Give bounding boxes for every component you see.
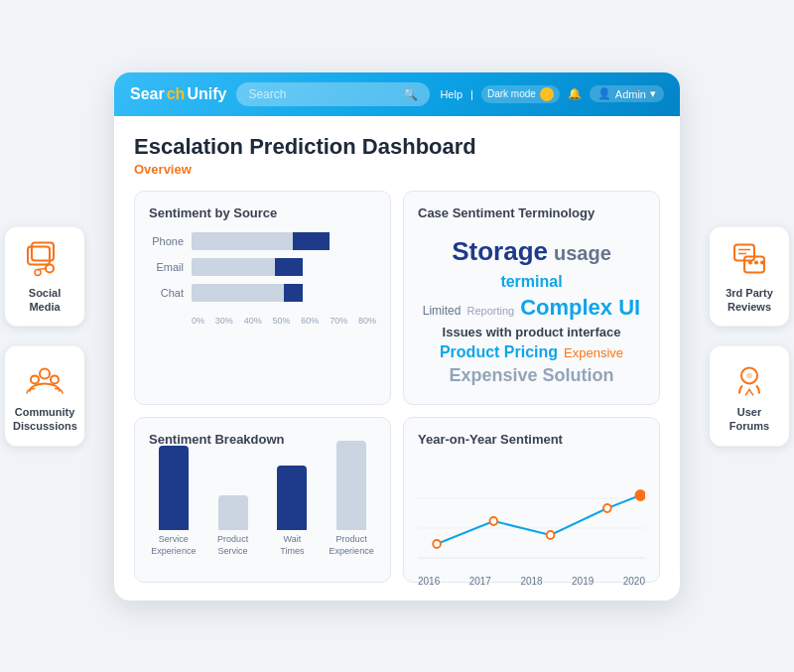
svg-point-23 bbox=[603, 504, 611, 512]
community-icon bbox=[24, 358, 66, 400]
dashboard-card: SearchUnify 🔍 Help | Dark mode 🔔 👤 Admin… bbox=[114, 72, 680, 601]
widget-grid: Sentiment by Source Phone Email bbox=[134, 191, 660, 583]
word-line-1: Storage usage terminal bbox=[422, 236, 641, 291]
divider: | bbox=[470, 88, 473, 100]
axis-70: 70% bbox=[330, 316, 347, 326]
word-line-5: Expensive Solution bbox=[449, 365, 613, 386]
bar-label-phone: Phone bbox=[149, 235, 184, 247]
bar-service-experience-bar bbox=[159, 446, 189, 530]
search-input[interactable] bbox=[248, 87, 403, 101]
svg-point-3 bbox=[35, 269, 41, 275]
word-cloud: Storage usage terminal Limited Reporting… bbox=[418, 232, 645, 390]
word-expensive: Expensive bbox=[564, 345, 623, 360]
social-media-icon bbox=[24, 238, 66, 280]
bar-service-experience: ServiceExperience bbox=[149, 446, 198, 557]
line-chart-container: 2016 2017 2018 2019 2020 bbox=[418, 459, 645, 568]
toggle-dot bbox=[540, 87, 554, 101]
word-issues: Issues with product interface bbox=[443, 325, 621, 339]
dark-mode-toggle[interactable]: Dark mode bbox=[481, 85, 560, 103]
help-label[interactable]: Help bbox=[440, 88, 463, 100]
word-terminal: terminal bbox=[500, 273, 562, 291]
bar-wait-times: WaitTimes bbox=[268, 466, 318, 557]
logo-text-sear: Sear bbox=[130, 85, 165, 103]
search-icon: 🔍 bbox=[403, 87, 418, 101]
word-line-4: Product Pricing Expensive bbox=[440, 343, 623, 361]
word-limited: Limited bbox=[423, 304, 462, 318]
svg-point-5 bbox=[40, 369, 50, 379]
bar-row-email: Email bbox=[149, 258, 376, 276]
svg-point-16 bbox=[746, 373, 752, 379]
bar-chat-blue bbox=[284, 284, 303, 302]
year-2020: 2020 bbox=[623, 576, 645, 587]
year-on-year-title: Year-on-Year Sentiment bbox=[418, 432, 645, 447]
sentiment-bar-chart: Phone Email bbox=[149, 232, 376, 326]
bar-phone bbox=[192, 232, 376, 250]
axis-40: 40% bbox=[244, 316, 262, 326]
svg-point-14 bbox=[760, 260, 764, 264]
community-discussions-label: Community Discussions bbox=[13, 406, 76, 435]
line-chart-svg bbox=[418, 459, 645, 568]
svg-line-4 bbox=[38, 268, 46, 269]
case-sentiment-title: Case Sentiment Terminology bbox=[418, 205, 645, 220]
word-product-pricing: Product Pricing bbox=[440, 343, 558, 361]
svg-point-13 bbox=[754, 260, 758, 264]
navbar: SearchUnify 🔍 Help | Dark mode 🔔 👤 Admin… bbox=[114, 72, 680, 116]
community-discussions-card[interactable]: Community Discussions bbox=[5, 346, 84, 447]
chevron-down-icon: ▾ bbox=[650, 87, 656, 100]
sentiment-by-source-title: Sentiment by Source bbox=[149, 205, 376, 220]
search-bar[interactable]: 🔍 bbox=[236, 82, 430, 106]
user-forums-label: User Forums bbox=[718, 406, 781, 435]
bar-row-chat: Chat bbox=[149, 284, 376, 302]
bar-email-gray bbox=[192, 258, 275, 276]
notification-icon[interactable]: 🔔 bbox=[568, 87, 582, 100]
bar-label-chat: Chat bbox=[149, 287, 184, 299]
bar-axis: 0% 30% 40% 50% 60% 70% 80% bbox=[149, 316, 376, 326]
page-subtitle: Overview bbox=[134, 162, 660, 177]
word-complex-ui: Complex UI bbox=[520, 295, 640, 321]
bar-label-email: Email bbox=[149, 261, 184, 273]
left-side-icons: Social Media Community Discussions bbox=[0, 226, 89, 446]
sentiment-by-source-widget: Sentiment by Source Phone Email bbox=[134, 191, 391, 405]
year-2016: 2016 bbox=[418, 576, 440, 587]
svg-point-12 bbox=[748, 260, 752, 264]
year-2019: 2019 bbox=[572, 576, 594, 587]
user-forums-card[interactable]: User Forums bbox=[710, 346, 789, 447]
year-on-year-widget: Year-on-Year Sentiment bbox=[403, 417, 660, 583]
logo-highlight: ch bbox=[167, 85, 186, 103]
forums-icon bbox=[728, 358, 770, 400]
sentiment-breakdown-widget: Sentiment Breakdown ServiceExperience Pr… bbox=[134, 417, 391, 583]
bar-product-service-label: ProductService bbox=[217, 534, 248, 557]
word-usage: usage bbox=[554, 242, 611, 265]
bar-product-service-bar bbox=[218, 495, 248, 530]
word-storage: Storage bbox=[452, 236, 548, 267]
year-labels: 2016 2017 2018 2019 2020 bbox=[418, 572, 645, 587]
bar-product-experience: ProductExperience bbox=[327, 441, 376, 557]
bar-email bbox=[192, 258, 376, 276]
navbar-right: Help | Dark mode 🔔 👤 Admin ▾ bbox=[440, 85, 664, 103]
social-media-label: Social Media bbox=[13, 286, 76, 315]
word-reporting: Reporting bbox=[466, 305, 514, 317]
year-2017: 2017 bbox=[469, 576, 491, 587]
axis-80: 80% bbox=[358, 316, 376, 326]
logo: SearchUnify bbox=[130, 85, 226, 103]
bar-wait-times-label: WaitTimes bbox=[280, 534, 304, 557]
third-party-reviews-card[interactable]: 3rd Party Reviews bbox=[710, 226, 789, 327]
bar-product-experience-bar bbox=[336, 441, 366, 530]
dashboard-content: Escalation Prediction Dashboard Overview… bbox=[114, 116, 680, 601]
third-party-reviews-label: 3rd Party Reviews bbox=[718, 286, 781, 315]
admin-avatar: 👤 bbox=[597, 87, 611, 100]
outer-wrapper: Social Media Community Discussions bbox=[0, 0, 794, 672]
word-line-2: Limited Reporting Complex UI bbox=[423, 295, 640, 321]
admin-badge[interactable]: 👤 Admin ▾ bbox=[590, 85, 664, 102]
word-line-3: Issues with product interface bbox=[443, 325, 621, 339]
bar-wait-times-bar bbox=[277, 466, 307, 530]
social-media-card[interactable]: Social Media bbox=[5, 226, 84, 327]
svg-point-21 bbox=[490, 517, 498, 525]
svg-point-6 bbox=[31, 376, 39, 384]
bar-chat-gray bbox=[192, 284, 284, 302]
bar-product-experience-label: ProductExperience bbox=[330, 534, 374, 557]
year-2018: 2018 bbox=[520, 576, 542, 587]
svg-point-20 bbox=[433, 540, 441, 548]
axis-60: 60% bbox=[301, 316, 319, 326]
admin-label: Admin bbox=[615, 88, 646, 100]
